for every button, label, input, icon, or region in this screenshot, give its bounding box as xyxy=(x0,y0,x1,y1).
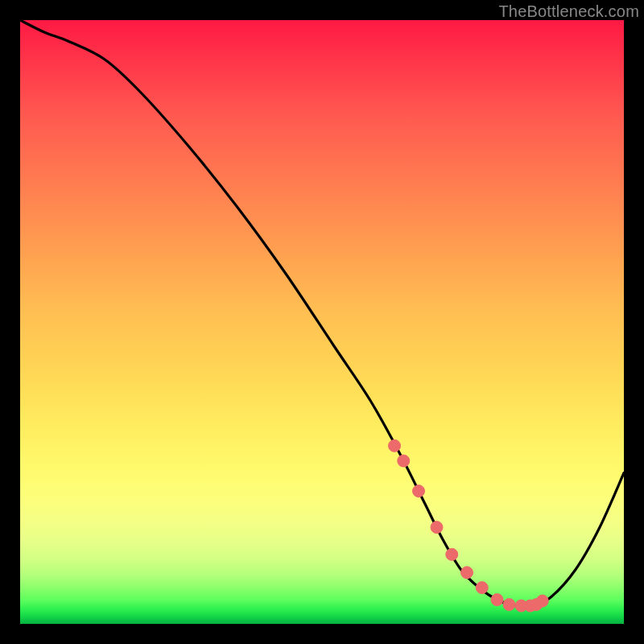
chart-frame: TheBottleneck.com xyxy=(0,0,644,644)
heat-gradient-background xyxy=(20,20,624,624)
plot-area xyxy=(20,20,624,624)
watermark-text: TheBottleneck.com xyxy=(498,2,639,21)
